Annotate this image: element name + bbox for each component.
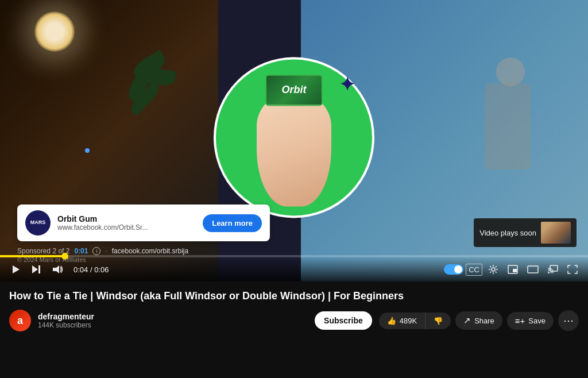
info-icon[interactable]: i: [92, 247, 100, 255]
lamp-decoration: [34, 11, 75, 52]
cast-button[interactable]: [544, 263, 562, 276]
autoplay-knob: [454, 265, 462, 273]
save-button[interactable]: ≡+ Save: [507, 312, 554, 330]
video-plays-soon-badge: Video plays soon: [474, 218, 577, 247]
share-label: Share: [474, 317, 494, 325]
hand-shape: [257, 91, 331, 206]
svg-marker-3: [53, 265, 59, 273]
theater-icon: [527, 265, 539, 273]
next-video-thumbnail: [541, 222, 571, 244]
more-options-button[interactable]: ⋯: [558, 310, 579, 331]
volume-icon: [52, 264, 63, 275]
dislike-icon: 👎: [434, 317, 443, 325]
orbit-brand-label: Orbit: [282, 84, 307, 96]
orbit-ad-circle: ✦ Orbit: [214, 57, 374, 218]
channel-info: defragmenteur 144K subscribers: [38, 312, 308, 329]
autoplay-track[interactable]: [444, 264, 463, 275]
below-video-section: How to Tie a Tie | Windsor (aka Full Win…: [0, 281, 588, 331]
ad-card: MARS Orbit Gum www.facebook.com/Orbit.Sr…: [17, 205, 270, 241]
skip-next-button[interactable]: [28, 262, 45, 277]
ad-brand-logo: MARS: [25, 210, 51, 236]
like-count: 489K: [400, 317, 417, 325]
channel-row: a defragmenteur 144K subscribers Subscri…: [9, 310, 579, 331]
svg-rect-8: [550, 265, 558, 271]
subscriber-count: 144K subscribers: [38, 321, 308, 329]
video-player[interactable]: ✦ Orbit MARS Orbit Gum www.facebook.com/…: [0, 0, 588, 281]
play-button[interactable]: [7, 262, 24, 277]
svg-marker-0: [13, 265, 20, 273]
sponsored-bar: Sponsored 2 of 2 0:01 i · facebook.com/o…: [17, 247, 188, 255]
autoplay-toggle[interactable]: [444, 264, 463, 275]
captions-icon: CC: [469, 265, 479, 274]
svg-rect-7: [528, 266, 538, 273]
save-label: Save: [528, 317, 546, 325]
svg-rect-6: [513, 269, 517, 272]
time-display: 0:04 / 0:06: [74, 265, 109, 274]
like-button[interactable]: 👍 489K: [379, 313, 425, 329]
settings-icon: [488, 264, 498, 275]
orbit-gum-box: Orbit: [265, 74, 323, 106]
play-icon: [10, 264, 21, 275]
channel-avatar: a: [9, 310, 31, 331]
video-title: How to Tie a Tie | Windsor (aka Full Win…: [9, 290, 579, 303]
ad-time: 0:01: [74, 247, 88, 255]
fullscreen-icon: [567, 265, 578, 274]
more-icon: ⋯: [563, 314, 574, 327]
action-buttons: 👍 489K 👎 ↗ Share ≡+ Save ⋯: [379, 310, 579, 331]
right-controls: CC: [444, 262, 581, 277]
svg-rect-2: [38, 265, 40, 273]
ad-domain: facebook.com/orbit.srbija: [112, 247, 188, 255]
svg-marker-1: [32, 265, 38, 273]
like-dislike-section: 👍 489K 👎: [379, 313, 451, 329]
learn-more-button[interactable]: Learn more: [203, 214, 262, 232]
subscribe-button[interactable]: Subscribe: [315, 311, 372, 330]
avatar-letter: a: [17, 315, 23, 327]
miniplayer-icon: [508, 265, 518, 274]
blue-dot-decoration: [85, 148, 90, 153]
dislike-button[interactable]: 👎: [425, 313, 451, 329]
captions-button[interactable]: CC: [466, 264, 482, 276]
like-icon: 👍: [387, 317, 396, 325]
fullscreen-button[interactable]: [564, 263, 581, 276]
figure-decoration: [473, 57, 542, 218]
theater-button[interactable]: [524, 263, 542, 276]
svg-point-4: [492, 268, 495, 271]
plant-decoration: [115, 46, 184, 161]
hand-holding-gum: Orbit: [237, 63, 351, 212]
settings-button[interactable]: [485, 262, 502, 277]
ad-logo-text: MARS: [30, 220, 46, 226]
video-plays-soon-text: Video plays soon: [479, 229, 536, 237]
ad-url: www.facebook.com/Orbit.Sr...: [57, 223, 196, 232]
miniplayer-button[interactable]: [504, 263, 521, 276]
volume-button[interactable]: [48, 262, 67, 277]
share-icon: ↗: [463, 315, 471, 326]
skip-icon: [31, 264, 41, 275]
ad-info: Orbit Gum www.facebook.com/Orbit.Sr...: [57, 214, 196, 232]
controls-bar: 0:04 / 0:06 CC: [0, 257, 588, 281]
channel-name: defragmenteur: [38, 312, 308, 321]
cast-icon: [548, 265, 558, 274]
ad-brand-name: Orbit Gum: [57, 214, 196, 224]
save-icon: ≡+: [515, 316, 525, 326]
thumbnail-image: [541, 222, 571, 244]
share-button[interactable]: ↗ Share: [455, 311, 502, 330]
